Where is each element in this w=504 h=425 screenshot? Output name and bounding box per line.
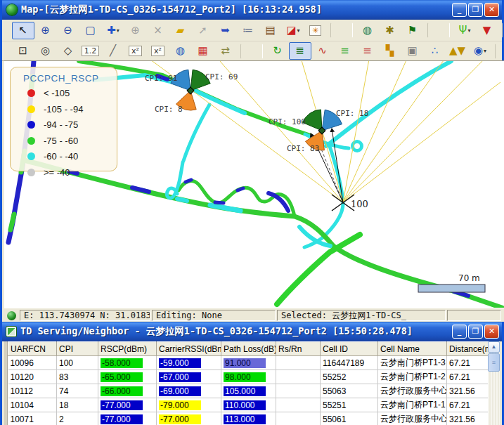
cpi-cell[interactable]: 83 [57, 370, 98, 384]
uarfcn-cell[interactable]: 10112 [8, 384, 57, 398]
cell-name-cell[interactable]: 云梦南门桥PT1-1 [378, 398, 447, 412]
cell-id-cell[interactable]: 55252 [321, 370, 378, 384]
signal-wave-icon[interactable]: ∿ [311, 42, 334, 60]
markers-icon[interactable]: ▲▼ [446, 42, 469, 60]
draw-line-icon[interactable]: ╱ [102, 42, 124, 60]
layer-tree-icon[interactable]: ≔ [237, 22, 259, 39]
select-pointer-icon[interactable]: ↖ [12, 22, 34, 39]
cell-name-cell[interactable]: 云梦行政服务中心 [378, 412, 447, 425]
table-row[interactable]: 10071 2 -77.000 -77.000 113.000 55061 云梦… [8, 412, 492, 425]
full-extent-icon[interactable]: ⊕ [124, 22, 147, 39]
scatter-icon[interactable]: ∴ [424, 42, 446, 60]
globe-layers-icon[interactable]: ◍ [169, 42, 192, 60]
swap-routes-icon[interactable]: ⇄ [214, 42, 237, 60]
column-header[interactable]: Cell Name [378, 342, 447, 356]
rs-rn-cell[interactable] [276, 356, 321, 370]
table-row[interactable]: 10096 100 -58.000 -59.000 91.000 1164471… [8, 356, 492, 370]
rscp-cell[interactable]: -58.000 [98, 356, 157, 370]
cell-name-cell[interactable]: 云梦南门桥PT1-2 [378, 370, 447, 384]
vertical-scrollbar[interactable]: ▲ [488, 341, 500, 425]
path-loss-cell[interactable]: 113.000 [221, 412, 276, 425]
rscp-cell[interactable]: -66.000 [98, 384, 157, 398]
table-row[interactable]: 10112 74 -66.000 -69.000 105.000 55063 云… [8, 384, 492, 398]
maximize-button[interactable]: ❐ [468, 3, 483, 17]
path-loss-cell[interactable]: 105.000 [221, 384, 276, 398]
close-button[interactable]: ✕ [484, 325, 499, 339]
carrier-rssi-cell[interactable]: -69.000 [157, 384, 221, 398]
cell-id-cell[interactable]: 55061 [321, 412, 378, 425]
separator[interactable] [495, 44, 504, 59]
cpi-cell[interactable]: 2 [57, 412, 98, 425]
photo-icon[interactable]: ▣ [401, 42, 424, 60]
drop-pin-icon[interactable]: ▼ [476, 22, 498, 39]
stat-box-icon[interactable]: x² [124, 42, 147, 60]
path-loss-cell[interactable]: 91.000 [221, 356, 276, 370]
distance-cell[interactable]: 67.21 [447, 398, 492, 412]
separator[interactable] [330, 22, 353, 38]
carrier-rssi-cell[interactable]: -77.000 [157, 412, 221, 425]
color-blocks-icon[interactable]: ▚ [379, 42, 401, 60]
select-polygon-icon[interactable]: ◇ [57, 42, 79, 60]
rs-rn-cell[interactable] [276, 398, 321, 412]
zoom-in-icon[interactable]: ⊕ [34, 22, 57, 39]
separator[interactable] [427, 22, 450, 38]
distance-cell[interactable]: 67.21 [447, 356, 492, 370]
refresh-icon[interactable]: ↻ [266, 42, 289, 60]
distance-cell[interactable]: 321.56 [447, 384, 492, 398]
layers-green-icon[interactable]: ≡ [334, 42, 356, 60]
rscp-cell[interactable]: -65.000 [98, 370, 157, 384]
carrier-rssi-cell[interactable]: -59.000 [157, 356, 221, 370]
rscp-cell[interactable]: -77.000 [98, 398, 157, 412]
eraser-icon[interactable]: ◪ ▾ [282, 22, 304, 39]
layers-red-icon[interactable]: ≡ [356, 42, 379, 60]
column-header[interactable]: Distance(m) [447, 342, 492, 356]
scroll-up-button[interactable]: ▲ [488, 341, 500, 353]
minimize-button[interactable]: _ [452, 3, 467, 17]
column-header[interactable]: CPI [57, 342, 98, 356]
path-loss-cell[interactable]: 110.000 [221, 398, 276, 412]
clear-selection-icon[interactable]: × [147, 22, 169, 39]
column-header[interactable]: UARFCN [8, 342, 57, 356]
distance-cell[interactable]: 321.56 [447, 412, 492, 425]
map-window-titlebar[interactable]: Map-[云梦拉网1-TD-CS_0326-154712_Port2] [16:… [2, 0, 502, 20]
minimize-button[interactable]: _ [452, 325, 467, 339]
cell-id-cell[interactable]: 55251 [321, 398, 378, 412]
separator[interactable] [240, 44, 263, 59]
map-canvas[interactable]: CPI: 91 CPI: 69 CPI: 8 CPI: 100 CPI: 18 … [4, 60, 504, 308]
rs-rn-cell[interactable] [276, 384, 321, 398]
site-database-icon[interactable]: ▤ [259, 22, 282, 39]
uarfcn-cell[interactable]: 10120 [8, 370, 57, 384]
column-header[interactable]: RSCP(dBm) [98, 342, 157, 356]
cell-id-cell[interactable]: 55063 [321, 384, 378, 398]
column-header[interactable]: Cell ID [321, 342, 378, 356]
select-features-icon[interactable]: ▰ [169, 22, 192, 39]
select-rect-icon[interactable]: ⊡ [12, 42, 34, 60]
column-header[interactable]: Path Loss(dB) [221, 342, 276, 356]
carrier-rssi-cell[interactable]: -79.000 [157, 398, 221, 412]
rscp-cell[interactable]: -77.000 [98, 412, 157, 425]
maximize-button[interactable]: ❐ [468, 325, 483, 339]
zoom-window-icon[interactable]: ▢ [79, 22, 102, 39]
earth-icon[interactable]: ◉ ▾ [469, 42, 491, 60]
gears-icon[interactable]: ✱ [379, 22, 401, 39]
cpi-cell[interactable]: 74 [57, 384, 98, 398]
column-header[interactable]: CarrierRSSI(dBm) [157, 342, 221, 356]
table-window-titlebar[interactable]: TD Serving/Neighbor - 云梦拉网1-TD-CS_0326-1… [2, 322, 502, 341]
flag-icon[interactable]: ⚑ [401, 22, 424, 39]
cell-name-cell[interactable]: 云梦南门桥PT1-3 [378, 356, 447, 370]
uarfcn-cell[interactable]: 10104 [8, 398, 57, 412]
cpi-cell[interactable]: 18 [57, 398, 98, 412]
column-header[interactable]: Rs/Rn [276, 342, 321, 356]
cell-id-cell[interactable]: 116447189 [321, 356, 378, 370]
uarfcn-cell[interactable]: 10096 [8, 356, 57, 370]
goto-feature-icon[interactable]: ➥ [214, 22, 237, 39]
world-stats-icon[interactable]: ◍ [356, 22, 379, 39]
path-loss-cell[interactable]: 98.000 [221, 370, 276, 384]
table-row[interactable]: 10104 18 -77.000 -79.000 110.000 55251 云… [8, 398, 492, 412]
value-grid-icon[interactable]: ▦ [192, 42, 214, 60]
carrier-rssi-cell[interactable]: -67.000 [157, 370, 221, 384]
close-button[interactable]: ✕ [484, 3, 499, 17]
uarfcn-cell[interactable]: 10071 [8, 412, 57, 425]
cell-name-cell[interactable]: 云梦行政服务中心 [378, 384, 447, 398]
rs-rn-cell[interactable] [276, 370, 321, 384]
